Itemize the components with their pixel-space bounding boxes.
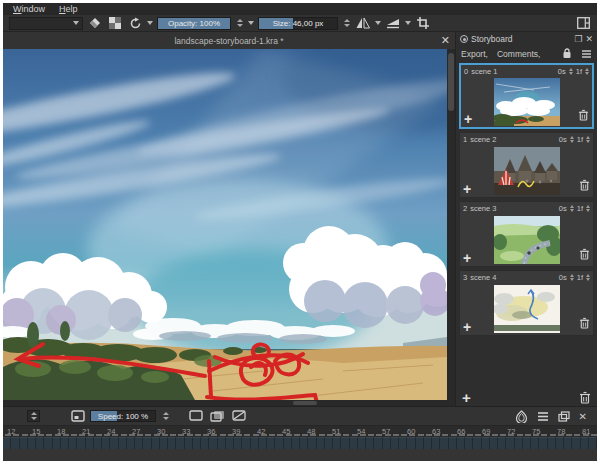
timeline-frame-cell[interactable]: [391, 437, 399, 449]
timeline-frame-cell[interactable]: [333, 437, 341, 449]
timeline-frame-cell[interactable]: [449, 437, 457, 449]
timeline-frame-cell[interactable]: [539, 437, 547, 449]
float-icon[interactable]: ❐: [574, 32, 582, 46]
timeline-frames-row[interactable]: [3, 437, 597, 449]
timeline-frame-cell[interactable]: [399, 437, 407, 449]
frames-spinner[interactable]: [586, 205, 590, 212]
add-scene-button[interactable]: +: [463, 183, 471, 195]
frame-spinbox[interactable]: [27, 410, 40, 422]
timeline-frame-cell[interactable]: [581, 437, 589, 449]
close-icon[interactable]: ✕: [585, 32, 593, 46]
delete-scene-icon[interactable]: [579, 246, 590, 264]
timeline-frame-cell[interactable]: [242, 437, 250, 449]
scene-duration-frames[interactable]: 1f: [577, 273, 583, 282]
comments-menu[interactable]: Comments,: [497, 49, 540, 59]
timeline-frame-cell[interactable]: [498, 437, 506, 449]
mirror-vertical-button[interactable]: [385, 16, 401, 31]
chevron-down-icon[interactable]: [375, 21, 381, 25]
frame-view-icon[interactable]: [189, 410, 203, 421]
timeline-frame-cell[interactable]: [259, 437, 267, 449]
timeline-frame-cell[interactable]: [457, 437, 465, 449]
timeline-frame-cell[interactable]: [416, 437, 424, 449]
timeline-frame-cell[interactable]: [556, 437, 564, 449]
float-icon[interactable]: [558, 411, 570, 422]
timeline-frame-cell[interactable]: [473, 437, 481, 449]
opacity-spinner[interactable]: [235, 17, 244, 30]
timeline-frame-cell[interactable]: [440, 437, 448, 449]
size-slider[interactable]: Size: 46,00 px: [258, 17, 338, 30]
preset-selector[interactable]: [9, 17, 83, 30]
timeline-frame-cell[interactable]: [465, 437, 473, 449]
timeline-frame-cell[interactable]: [28, 437, 36, 449]
timeline-frame-cell[interactable]: [201, 437, 209, 449]
scene-name[interactable]: scene 4: [470, 273, 556, 282]
remove-frame-icon[interactable]: [232, 410, 246, 421]
timeline-frame-cell[interactable]: [168, 437, 176, 449]
scrollbar-thumb[interactable]: [293, 401, 317, 405]
timeline-frame-cell[interactable]: [11, 437, 19, 449]
timeline-frame-cell[interactable]: [61, 437, 69, 449]
timeline-frame-cell[interactable]: [234, 437, 242, 449]
speed-spinbox[interactable]: Speed: 100 %: [90, 410, 156, 422]
timeline-frame-cell[interactable]: [209, 437, 217, 449]
timeline-frame-cell[interactable]: [143, 437, 151, 449]
add-scene-button[interactable]: +: [463, 321, 471, 333]
timeline-frame-cell[interactable]: [490, 437, 498, 449]
timeline-frame-cell[interactable]: [44, 437, 52, 449]
scene-name[interactable]: scene 2: [470, 135, 556, 144]
mirror-horizontal-button[interactable]: [355, 16, 371, 31]
seconds-spinner[interactable]: [569, 68, 573, 75]
timeline-frame-cell[interactable]: [589, 437, 597, 449]
timeline-frame-cell[interactable]: [218, 437, 226, 449]
size-spinner[interactable]: [342, 17, 351, 30]
eraser-button[interactable]: [87, 16, 103, 31]
timeline-frame-cell[interactable]: [3, 437, 11, 449]
timeline-ruler[interactable]: 1215182124273033363942454851545760636669…: [3, 425, 597, 437]
timeline-frame-cell[interactable]: [160, 437, 168, 449]
seconds-spinner[interactable]: [570, 274, 574, 281]
frames-spinner[interactable]: [586, 274, 590, 281]
timeline-frame-cell[interactable]: [564, 437, 572, 449]
timeline-frame-cell[interactable]: [36, 437, 44, 449]
frames-spinner[interactable]: [585, 68, 589, 75]
delete-scene-icon[interactable]: [579, 391, 591, 404]
timeline-frame-cell[interactable]: [482, 437, 490, 449]
preserve-alpha-button[interactable]: [107, 16, 123, 31]
scrollbar-thumb[interactable]: [448, 53, 454, 111]
menu-window[interactable]: Window: [7, 3, 51, 15]
timeline-frame-cell[interactable]: [374, 437, 382, 449]
canvas-vertical-scrollbar[interactable]: [447, 49, 455, 400]
timeline-frame-cell[interactable]: [135, 437, 143, 449]
timeline-frame-cell[interactable]: [531, 437, 539, 449]
timeline-frame-cell[interactable]: [350, 437, 358, 449]
scene-name[interactable]: scene 1: [471, 67, 555, 76]
scene-item[interactable]: 3 scene 4 0s 1f +: [459, 270, 594, 336]
canvas[interactable]: [3, 49, 447, 400]
timeline-frame-cell[interactable]: [424, 437, 432, 449]
timeline-frame-cell[interactable]: [383, 437, 391, 449]
timeline-frame-cell[interactable]: [300, 437, 308, 449]
scene-duration-frames[interactable]: 1f: [577, 204, 583, 213]
chevron-down-icon[interactable]: [147, 21, 153, 25]
reload-preset-button[interactable]: [127, 16, 143, 31]
timeline-frame-cell[interactable]: [102, 437, 110, 449]
scene-thumbnail[interactable]: [494, 285, 560, 333]
scene-item[interactable]: 0 scene 1 0s 1f +: [459, 63, 594, 129]
timeline-frame-cell[interactable]: [284, 437, 292, 449]
frames-spinner[interactable]: [586, 136, 590, 143]
scene-duration-seconds[interactable]: 0s: [559, 273, 567, 282]
timeline-frame-cell[interactable]: [325, 437, 333, 449]
menu-help[interactable]: Help: [53, 3, 84, 15]
timeline-frame-cell[interactable]: [572, 437, 580, 449]
timeline-frame-cell[interactable]: [176, 437, 184, 449]
timeline-frame-cell[interactable]: [185, 437, 193, 449]
scene-name[interactable]: scene 3: [470, 204, 556, 213]
close-icon[interactable]: ✕: [441, 33, 450, 48]
timeline-frame-cell[interactable]: [523, 437, 531, 449]
timeline-frame-cell[interactable]: [94, 437, 102, 449]
frame-icon[interactable]: [71, 410, 85, 422]
add-scene-button[interactable]: +: [463, 252, 471, 264]
timeline-frame-cell[interactable]: [251, 437, 259, 449]
timeline-frame-cell[interactable]: [110, 437, 118, 449]
timeline-frame-cell[interactable]: [341, 437, 349, 449]
